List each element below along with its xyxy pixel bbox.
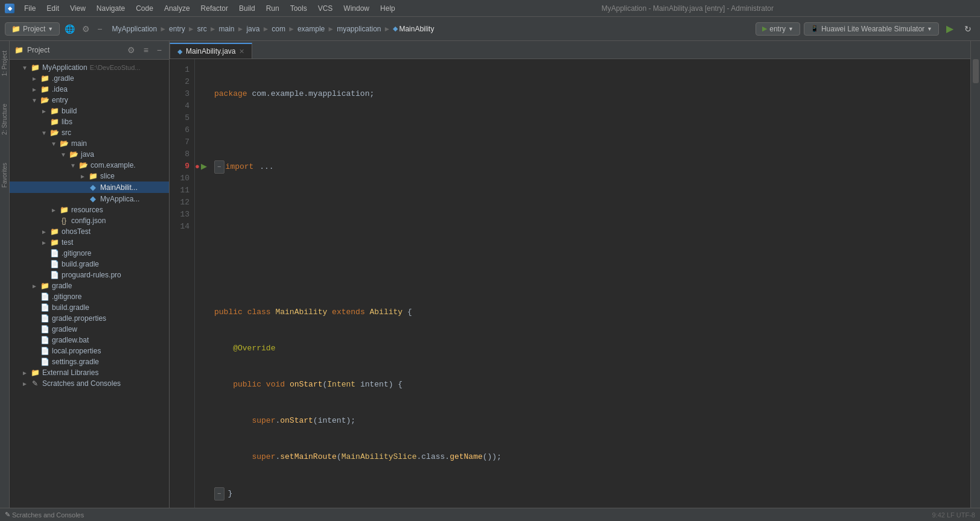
menu-window[interactable]: Window [339, 2, 374, 14]
tree-mainability[interactable]: ◆ MainAbilit... [10, 182, 169, 193]
project-side-tab[interactable]: 1: Project [0, 46, 9, 81]
tree-src[interactable]: ▼ 📂 src [10, 127, 169, 138]
project-panel: 📁 Project ⚙ ≡ − ▼ 📁 MyApplication E:\Dev… [10, 41, 170, 508]
code-line-2 [214, 124, 963, 136]
menu-edit[interactable]: Edit [42, 2, 64, 14]
structure-side-tab[interactable]: 2: Structure [0, 99, 9, 140]
simulator-dropdown-icon: ▼ [927, 26, 932, 32]
panel-title: Project [27, 46, 121, 54]
code-line-9: public void onStart(Intent intent) { [214, 379, 963, 391]
file-tree: ▼ 📁 MyApplication E:\DevEcoStud... ► 📁 .… [10, 60, 169, 508]
refresh-button[interactable]: ↻ [961, 22, 975, 36]
breadcrumb-java[interactable]: java [246, 25, 259, 33]
tree-gradlew-bat[interactable]: 📄 gradlew.bat [10, 335, 169, 346]
tree-gradle-properties[interactable]: 📄 gradle.properties [10, 313, 169, 324]
tree-external-libraries[interactable]: ► 📁 External Libraries [10, 367, 169, 378]
tab-java-icon: ◆ [177, 48, 182, 55]
tree-com-example[interactable]: ▼ 📂 com.example. [10, 160, 169, 171]
breadcrumb-main[interactable]: main [219, 25, 235, 33]
run-button[interactable]: ▶ [943, 21, 957, 37]
breadcrumb-com[interactable]: com [272, 25, 285, 33]
breadcrumb-entry[interactable]: entry [169, 25, 185, 33]
code-line-11: super.setMainRoute(MainAbilitySlice.clas… [214, 451, 963, 463]
tree-java[interactable]: ▼ 📂 java [10, 149, 169, 160]
tree-gitignore-root[interactable]: 📄 .gitignore [10, 291, 169, 302]
tree-gradle[interactable]: ► 📁 .gradle [10, 73, 169, 84]
menu-code[interactable]: Code [131, 2, 158, 14]
code-line-4 [214, 198, 963, 210]
tree-main[interactable]: ▼ 📂 main [10, 138, 169, 149]
menu-left: ◆ File Edit View Navigate Code Analyze R… [5, 2, 400, 14]
left-side-panel: 1: Project 2: Structure Favorites [0, 41, 10, 508]
menu-build[interactable]: Build [234, 2, 260, 14]
panel-minimize-btn[interactable]: − [154, 44, 164, 56]
menu-help[interactable]: Help [375, 2, 400, 14]
tree-local-properties[interactable]: 📄 local.properties [10, 346, 169, 356]
breadcrumb-src[interactable]: src [197, 25, 207, 33]
menu-refactor[interactable]: Refactor [196, 2, 233, 14]
code-line-3: −import ... [214, 160, 963, 174]
menu-view[interactable]: View [65, 2, 91, 14]
breadcrumb-myapplication-pkg[interactable]: myapplication [337, 25, 381, 33]
tree-slice[interactable]: ► 📁 slice [10, 171, 169, 182]
editor-area: ◆ MainAbility.java ✕ 1 2 3 4 5 6 7 8 9 1… [170, 41, 970, 508]
tree-proguard[interactable]: 📄 proguard-rules.pro [10, 270, 169, 280]
toolbar-globe-icon[interactable]: 🌐 [65, 24, 75, 34]
panel-options-btn[interactable]: ≡ [141, 44, 151, 56]
tab-mainability[interactable]: ◆ MainAbility.java ✕ [170, 43, 252, 58]
run-config-icon: ▶ [762, 25, 767, 33]
scratches-icon: ✎ [5, 511, 10, 519]
scrollbar-thumb[interactable] [973, 59, 979, 83]
panel-folder-icon: 📁 [14, 46, 24, 54]
tree-build-gradle-root[interactable]: 📄 build.gradle [10, 302, 169, 313]
tree-idea[interactable]: ► 📁 .idea [10, 84, 169, 95]
menu-vcs[interactable]: VCS [313, 2, 338, 14]
run-config-button[interactable]: ▶ entry ▼ [756, 22, 800, 36]
tree-resources[interactable]: ► 📁 resources [10, 204, 169, 215]
favorites-side-tab[interactable]: Favorites [0, 158, 9, 192]
scratches-console-btn[interactable]: ✎ Scratches and Consoles [5, 511, 84, 519]
menu-tools[interactable]: Tools [285, 2, 312, 14]
tree-test[interactable]: ► 📁 test [10, 237, 169, 248]
menu-run[interactable]: Run [261, 2, 284, 14]
tree-entry[interactable]: ▼ 📂 entry [10, 95, 169, 106]
panel-settings-btn[interactable]: ⚙ [125, 44, 138, 56]
tree-settings-gradle[interactable]: 📄 settings.gradle [10, 356, 169, 367]
menu-file[interactable]: File [19, 2, 40, 14]
code-editor[interactable]: 1 2 3 4 5 6 7 8 9 10 11 12 13 14 [170, 59, 970, 508]
breadcrumb-mainability[interactable]: MainAbility [399, 25, 434, 33]
menu-navigate[interactable]: Navigate [92, 2, 130, 14]
status-info: 9:42 LF UTF-8 [932, 511, 975, 519]
breadcrumb-icon-class: ◆ [393, 25, 398, 33]
tab-label: MainAbility.java [186, 47, 235, 55]
tree-myapplication[interactable]: ▼ 📁 MyApplication E:\DevEcoStud... [10, 62, 169, 73]
breadcrumb-example[interactable]: example [298, 25, 325, 33]
tree-gitignore-entry[interactable]: 📄 .gitignore [10, 248, 169, 259]
code-content[interactable]: package com.example.myapplication; −impo… [207, 59, 970, 508]
tree-gradle-folder[interactable]: ► 📁 gradle [10, 280, 169, 291]
tree-build-gradle-entry[interactable]: 📄 build.gradle [10, 259, 169, 270]
tree-scratches[interactable]: ► ✎ Scratches and Consoles [10, 378, 169, 389]
toolbar: 📁 Project ▼ 🌐 ⚙ − MyApplication ► entry … [0, 17, 980, 41]
tree-build-entry[interactable]: ► 📁 build [10, 106, 169, 116]
tree-gradlew[interactable]: 📄 gradlew [10, 324, 169, 335]
breadcrumb-myapplication[interactable]: MyApplication [112, 25, 157, 33]
toolbar-settings-icon[interactable]: ⚙ [82, 24, 90, 34]
tree-libs[interactable]: 📁 libs [10, 116, 169, 127]
project-button[interactable]: 📁 Project ▼ [5, 22, 60, 36]
code-line-5 [214, 234, 963, 246]
toolbar-right: ▶ entry ▼ 📱 Huawei Lite Wearable Simulat… [756, 21, 975, 37]
bottom-bar: ✎ Scratches and Consoles 9:42 LF UTF-8 [0, 508, 980, 521]
code-line-12: −} [214, 487, 963, 500]
tab-close-button[interactable]: ✕ [239, 48, 244, 55]
tree-config-json[interactable]: {} config.json [10, 215, 169, 226]
project-folder-icon: 📁 [11, 25, 21, 33]
tree-ohostest[interactable]: ► 📁 ohosTest [10, 226, 169, 237]
simulator-icon: 📱 [810, 25, 819, 33]
tabs-bar: ◆ MainAbility.java ✕ [170, 41, 970, 59]
breadcrumb: MyApplication ► entry ► src ► main ► jav… [112, 25, 434, 33]
toolbar-minimize-icon[interactable]: − [97, 24, 102, 34]
tree-myapplication-java[interactable]: ◆ MyApplica... [10, 193, 169, 204]
menu-analyze[interactable]: Analyze [159, 2, 195, 14]
simulator-button[interactable]: 📱 Huawei Lite Wearable Simulator ▼ [804, 22, 939, 36]
